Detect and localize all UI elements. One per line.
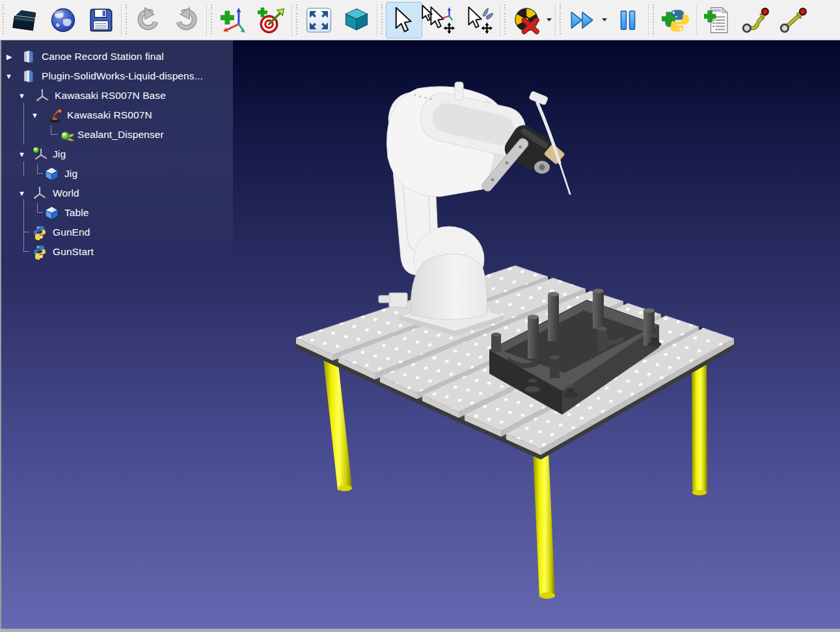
tree-item-label[interactable]: Plugin-SolidWorks-Liquid-dispens... bbox=[42, 70, 203, 82]
tree-item-label[interactable]: Canoe Record Station final bbox=[42, 51, 164, 62]
reference-frame-ball-icon bbox=[32, 146, 49, 162]
fit-all-button[interactable] bbox=[301, 2, 337, 38]
tool-icon bbox=[60, 127, 75, 143]
fast-simulation-button[interactable] bbox=[564, 2, 601, 38]
toolbar-drag-handle[interactable] bbox=[381, 5, 383, 36]
tree-item-frame-world[interactable]: ▼ World bbox=[0, 184, 247, 203]
save-station-button[interactable] bbox=[83, 2, 119, 38]
collapse-arrow-icon[interactable]: ▼ bbox=[18, 92, 25, 100]
toolbar-drag-handle[interactable] bbox=[652, 5, 655, 36]
toolbar-separator bbox=[500, 3, 501, 37]
tree-item-program-gunstart[interactable]: GunStart bbox=[0, 242, 247, 262]
python-add-icon bbox=[662, 3, 689, 37]
move-joint-instruction-button[interactable] bbox=[737, 2, 774, 38]
robodk-window: ▶ Canoe Record Station final ▼ Plugin-So… bbox=[0, 0, 840, 632]
window-frame-left bbox=[0, 40, 1, 629]
tree-item-label[interactable]: GunEnd bbox=[53, 227, 90, 238]
tree-item-frame-jig[interactable]: ▼ Jig bbox=[0, 144, 247, 164]
collapse-arrow-icon[interactable]: ▼ bbox=[5, 73, 12, 80]
toolbar-separator bbox=[648, 3, 649, 37]
undo-button[interactable] bbox=[130, 2, 167, 38]
tree-item-station-canoe[interactable]: ▶ Canoe Record Station final bbox=[0, 47, 247, 66]
fast-simulation-dropdown[interactable] bbox=[601, 2, 608, 38]
move-joint-icon bbox=[742, 3, 769, 37]
move-linear-icon bbox=[779, 3, 807, 37]
fit-all-icon bbox=[305, 3, 332, 37]
pause-icon bbox=[614, 3, 642, 37]
open-station-button[interactable] bbox=[7, 2, 44, 38]
object-cube-icon bbox=[44, 205, 60, 221]
tree-item-label[interactable]: World bbox=[53, 187, 79, 199]
chevron-down-icon bbox=[547, 18, 552, 21]
chevron-down-icon bbox=[602, 18, 607, 21]
station-icon bbox=[21, 69, 36, 83]
python-program-icon bbox=[32, 225, 47, 240]
expand-arrow-icon[interactable]: ▶ bbox=[7, 53, 12, 61]
fast-forward-icon bbox=[569, 3, 596, 37]
collapse-arrow-icon[interactable]: ▼ bbox=[18, 190, 25, 197]
add-reference-frame-button[interactable] bbox=[215, 2, 252, 38]
pause-simulation-button[interactable] bbox=[610, 2, 646, 38]
toolbar-drag-handle[interactable] bbox=[295, 5, 298, 36]
toolbar-drag-handle[interactable] bbox=[125, 5, 128, 36]
isometric-view-button[interactable] bbox=[338, 2, 375, 38]
add-target-icon bbox=[258, 3, 285, 37]
add-target-button[interactable] bbox=[253, 2, 290, 38]
toolbar-drag-handle[interactable] bbox=[210, 5, 213, 36]
3d-viewport[interactable]: ▶ Canoe Record Station final ▼ Plugin-So… bbox=[0, 40, 840, 629]
tree-item-tool-sealant-dispenser[interactable]: Sealant_Dispenser bbox=[0, 125, 247, 144]
tree-item-object-jig[interactable]: Jig bbox=[0, 164, 247, 184]
collapse-arrow-icon[interactable]: ▼ bbox=[18, 151, 25, 158]
toolbar-separator bbox=[206, 3, 208, 37]
open-online-library-button[interactable] bbox=[45, 2, 81, 38]
window-frame-bottom bbox=[0, 629, 840, 632]
add-frame-icon bbox=[220, 3, 247, 37]
toolbar-separator bbox=[696, 5, 697, 35]
object-cube-icon bbox=[44, 166, 60, 182]
folder-open-icon bbox=[12, 4, 39, 36]
iso-cube-icon bbox=[343, 3, 370, 37]
collision-check-button[interactable] bbox=[509, 2, 545, 38]
main-toolbar bbox=[0, 0, 840, 40]
tree-item-label[interactable]: Table bbox=[64, 207, 89, 219]
python-program-icon bbox=[32, 244, 47, 260]
globe-icon bbox=[49, 4, 77, 36]
toolbar-drag-handle[interactable] bbox=[2, 5, 5, 36]
program-add-icon bbox=[704, 3, 731, 37]
tree-item-label[interactable]: Kawasaki RS007N bbox=[67, 109, 152, 121]
tree-item-label[interactable]: Jig bbox=[53, 148, 66, 160]
tree-item-station-plugin[interactable]: ▼ Plugin-SolidWorks-Liquid-dispens... bbox=[0, 66, 247, 86]
tree-item-label[interactable]: Kawasaki RS007N Base bbox=[55, 90, 166, 102]
toolbar-drag-handle[interactable] bbox=[504, 5, 506, 36]
tree-item-label[interactable]: Jig bbox=[64, 168, 77, 180]
redo-arrow-icon bbox=[172, 3, 200, 37]
toolbar-drag-handle[interactable] bbox=[559, 5, 562, 36]
tree-item-label[interactable]: Sealant_Dispenser bbox=[77, 129, 164, 141]
tree-item-robot-kawasaki[interactable]: ▼ Kawasaki RS007N bbox=[0, 105, 247, 125]
radioactive-off-icon bbox=[513, 3, 541, 37]
move-robot-cursor-button[interactable] bbox=[461, 2, 498, 38]
add-python-program-button[interactable] bbox=[657, 2, 694, 38]
tree-item-label[interactable]: GunStart bbox=[53, 246, 94, 258]
floppy-save-icon bbox=[87, 4, 115, 36]
select-cursor-button[interactable] bbox=[386, 2, 422, 38]
add-program-button[interactable] bbox=[699, 2, 736, 38]
reference-frame-icon bbox=[32, 185, 47, 201]
tree-item-program-gunend[interactable]: GunEnd bbox=[0, 223, 247, 242]
reference-frame-icon bbox=[34, 88, 50, 103]
toolbar-separator bbox=[291, 3, 293, 37]
tree-item-object-table[interactable]: Table bbox=[0, 203, 247, 223]
collision-check-dropdown[interactable] bbox=[546, 2, 552, 38]
undo-arrow-icon bbox=[135, 3, 162, 37]
move-reference-cursor-icon bbox=[428, 3, 455, 37]
move-robot-cursor-icon bbox=[466, 3, 493, 37]
collapse-arrow-icon[interactable]: ▼ bbox=[31, 112, 38, 119]
station-tree: ▶ Canoe Record Station final ▼ Plugin-So… bbox=[0, 40, 247, 327]
tree-item-frame-kawasaki-base[interactable]: ▼ Kawasaki RS007N Base bbox=[0, 86, 247, 105]
robot-icon bbox=[49, 108, 64, 123]
toolbar-separator bbox=[377, 3, 378, 37]
move-linear-instruction-button[interactable] bbox=[775, 2, 811, 38]
redo-button[interactable] bbox=[168, 2, 204, 38]
toolbar-separator bbox=[121, 3, 122, 37]
move-reference-cursor-button[interactable] bbox=[424, 2, 460, 38]
